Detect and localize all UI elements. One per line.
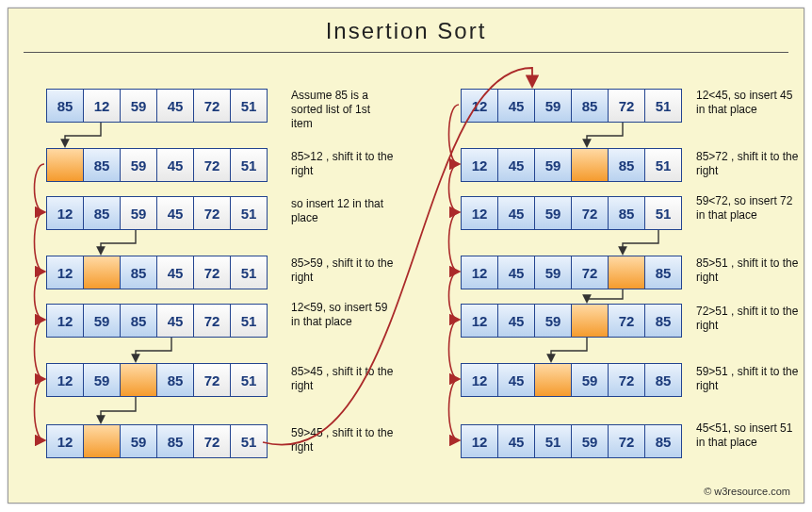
- array-cell-hole: [83, 256, 121, 289]
- array-cell: 85: [644, 424, 682, 458]
- array-cell: 85: [156, 363, 194, 397]
- array-cell-hole: [83, 424, 121, 458]
- array-cell: 12: [46, 196, 84, 230]
- array-cell: 72: [608, 424, 645, 458]
- array-cell: 59: [534, 196, 572, 230]
- title-underline: [24, 52, 788, 53]
- array-cell: 45: [156, 89, 194, 123]
- array-cell: 12: [461, 196, 498, 230]
- array-cell: 12: [46, 304, 84, 338]
- array-cell: 72: [608, 89, 645, 123]
- step-description: so insert 12 in that place: [291, 197, 395, 225]
- array-cell-hole: [608, 256, 645, 289]
- array-cell: 51: [230, 363, 268, 397]
- array-cell: 12: [461, 89, 498, 123]
- array-cell: 12: [461, 256, 498, 289]
- step-description: 85>12 , shift it to the right: [291, 150, 395, 178]
- array-row: 124559728551: [461, 196, 682, 230]
- array-cell: 85: [120, 256, 157, 289]
- array-cell: 72: [571, 256, 609, 289]
- array-cell: 59: [83, 363, 121, 397]
- array-cell: 72: [193, 304, 231, 338]
- array-cell: 51: [230, 148, 268, 182]
- array-cell: 59: [534, 304, 572, 338]
- array-row: 851259457251: [46, 89, 268, 123]
- array-cell-hole: [534, 363, 572, 397]
- array-cell: 51: [534, 424, 572, 458]
- array-cell: 45: [497, 304, 535, 338]
- array-cell: 45: [497, 148, 535, 182]
- array-cell: 59: [534, 89, 572, 123]
- array-cell: 59: [120, 196, 157, 230]
- array-cell: 51: [230, 89, 268, 123]
- array-cell: 59: [120, 424, 157, 458]
- step-description: 12<59, so insert 59 in that place: [291, 301, 395, 329]
- array-cell: 72: [193, 256, 231, 289]
- array-cell: 72: [193, 424, 231, 458]
- array-cell: 45: [497, 363, 535, 397]
- array-cell: 51: [644, 196, 682, 230]
- array-cell: 72: [571, 196, 609, 230]
- array-row: 124551597285: [461, 424, 682, 458]
- array-cell: 45: [156, 304, 194, 338]
- array-cell: 59: [120, 148, 157, 182]
- array-cell: 51: [644, 148, 682, 182]
- array-cell: 45: [156, 256, 194, 289]
- array-cell: 72: [193, 363, 231, 397]
- step-description: 59<72, so insert 72 in that place: [696, 194, 800, 223]
- array-cell: 85: [644, 363, 682, 397]
- array-cell: 12: [83, 89, 121, 123]
- array-row: 1285457251: [46, 256, 268, 289]
- array-cell: 12: [46, 256, 84, 289]
- step-description: 59>51 , shift it to the right: [696, 365, 800, 393]
- array-cell: 51: [230, 256, 268, 289]
- step-description: 85>51 , shift it to the right: [696, 256, 800, 285]
- array-row: 125985457251: [46, 304, 268, 338]
- array-cell: 85: [644, 304, 682, 338]
- array-cell: 85: [156, 424, 194, 458]
- array-cell: 45: [156, 148, 194, 182]
- array-cell: 72: [193, 148, 231, 182]
- array-row: 8559457251: [46, 148, 268, 182]
- step-description: Assume 85 is a sorted list of 1st item: [291, 89, 395, 131]
- array-cell: 72: [193, 89, 231, 123]
- array-cell: 12: [46, 363, 84, 397]
- array-cell: 59: [120, 89, 157, 123]
- array-row: 124559857251: [461, 89, 682, 123]
- step-description: 85>72 , shift it to the right: [696, 150, 800, 178]
- array-cell: 59: [571, 363, 609, 397]
- array-row: 128559457251: [46, 196, 268, 230]
- array-row: 1245597285: [461, 256, 682, 289]
- array-cell: 12: [46, 424, 84, 458]
- array-cell: 85: [120, 304, 157, 338]
- array-row: 1259857251: [46, 424, 268, 458]
- array-cell: 12: [461, 304, 498, 338]
- step-description: 59>45 , shift it to the right: [291, 426, 395, 454]
- diagram-title: Insertion Sort: [8, 18, 804, 44]
- array-cell: 12: [461, 424, 498, 458]
- array-cell-hole: [571, 148, 609, 182]
- array-cell: 85: [83, 148, 121, 182]
- array-cell: 45: [497, 196, 535, 230]
- array-cell: 59: [83, 304, 121, 338]
- array-cell: 85: [46, 89, 84, 123]
- array-cell: 45: [156, 196, 194, 230]
- array-row: 1245597285: [461, 304, 682, 338]
- array-cell: 59: [534, 148, 572, 182]
- array-cell: 85: [644, 256, 682, 289]
- array-cell: 59: [571, 424, 609, 458]
- array-cell: 85: [83, 196, 121, 230]
- array-row: 1259857251: [46, 363, 268, 397]
- step-description: 85>45 , shift it to the right: [291, 365, 395, 393]
- array-cell: 45: [497, 256, 535, 289]
- array-cell: 12: [461, 148, 498, 182]
- step-description: 72>51 , shift it to the right: [696, 305, 800, 333]
- array-cell: 85: [608, 148, 645, 182]
- array-cell: 85: [608, 196, 645, 230]
- array-cell: 72: [193, 196, 231, 230]
- array-cell: 45: [497, 424, 535, 458]
- array-row: 1245597285: [461, 363, 682, 397]
- array-cell: 85: [571, 89, 609, 123]
- step-description: 85>59 , shift it to the right: [291, 256, 395, 285]
- array-row: 1245598551: [461, 148, 682, 182]
